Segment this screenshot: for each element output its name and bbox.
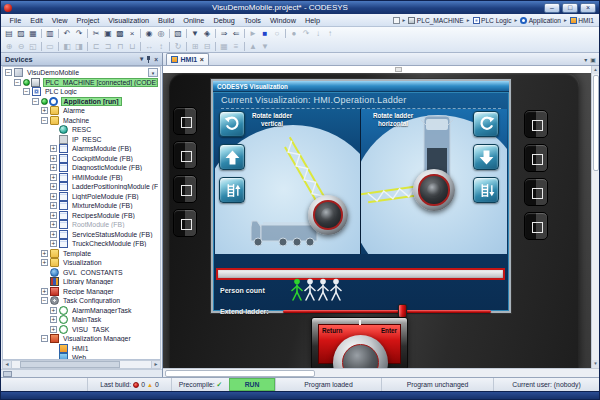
tree-item-maintask[interactable]: +MainTask <box>3 315 160 325</box>
save-icon[interactable]: ▦ <box>27 28 39 39</box>
panel-dropdown-icon[interactable]: ▾ <box>140 55 143 63</box>
menu-online[interactable]: Online <box>179 16 209 25</box>
ladder-extend-up-button[interactable] <box>219 177 245 203</box>
tree-horizontal-scrollbar[interactable]: ◄ ► <box>2 360 161 369</box>
scroll-up-icon[interactable]: ▲ <box>592 66 599 74</box>
expander-plus-icon[interactable]: + <box>41 288 48 295</box>
edit-object-icon[interactable]: ◈ <box>201 28 213 39</box>
tree-item-diagnosticmodule-fb[interactable]: +DiagnosticModule (FB) <box>3 163 160 173</box>
tree-item-template[interactable]: +Template <box>3 249 160 259</box>
expander-minus-icon[interactable]: − <box>41 117 48 124</box>
devices-view-icon[interactable] <box>3 371 12 377</box>
logout-icon[interactable]: ⇐ <box>230 28 242 39</box>
close-button[interactable]: × <box>580 3 596 13</box>
tree-item-web[interactable]: Web <box>3 353 160 360</box>
tree-item-rootmodule-fb[interactable]: +RootModule (FB) <box>3 220 160 230</box>
expander-plus-icon[interactable]: + <box>50 145 57 152</box>
stop-icon[interactable]: ■ <box>259 28 271 39</box>
tree-item-gvl-constants[interactable]: GVL_CONSTANTS <box>3 268 160 278</box>
tree-item-application-run[interactable]: −Application [run] <box>3 97 160 107</box>
expander-minus-icon[interactable]: − <box>14 79 21 86</box>
tree-item-visu-task[interactable]: +VISU_TASK <box>3 325 160 335</box>
tree-item-hmimodule-fb[interactable]: +HMIModule (FB) <box>3 173 160 183</box>
scroll-right-icon[interactable]: ► <box>151 361 160 368</box>
expander-minus-icon[interactable]: − <box>41 297 48 304</box>
expander-plus-icon[interactable]: + <box>50 240 57 247</box>
login-icon[interactable]: ⇒ <box>218 28 230 39</box>
pin-icon[interactable] <box>146 56 151 63</box>
scroll-left-icon[interactable]: ◄ <box>3 361 12 368</box>
tree-item-visualization-manager[interactable]: −Visualization Manager <box>3 334 160 344</box>
horizontal-scroll-thumb[interactable] <box>165 370 315 377</box>
editor-horizontal-scrollbar[interactable] <box>163 368 599 377</box>
expander-minus-icon[interactable]: − <box>5 69 12 76</box>
slider-track[interactable] <box>283 310 491 313</box>
tree-item-plc-logic[interactable]: −PLC Logic <box>3 87 160 97</box>
menu-build[interactable]: Build <box>154 16 179 25</box>
tab-list-dropdown-icon[interactable]: ▾ <box>584 56 587 63</box>
expander-plus-icon[interactable]: + <box>50 231 57 238</box>
open-file-icon[interactable]: ▨ <box>15 28 27 39</box>
tab-close-icon[interactable]: × <box>200 56 204 63</box>
device-hardware-button[interactable] <box>524 144 548 172</box>
current-user-status[interactable]: Current user: (nobody) <box>493 378 599 391</box>
expander-plus-icon[interactable]: + <box>41 107 48 114</box>
tree-item-ladderpositioningmodule-fb[interactable]: +LadderPositioningModule (FB) <box>3 182 160 192</box>
expander-plus-icon[interactable]: + <box>50 164 57 171</box>
undo-icon[interactable]: ↶ <box>61 28 73 39</box>
tree-item-cockpitmodule-fb[interactable]: +CockpitModule (FB) <box>3 154 160 164</box>
tab-options-icon[interactable]: ▣ <box>590 56 596 63</box>
find-next-icon[interactable]: ◎ <box>155 28 167 39</box>
breadcrumb-item-hmi1[interactable]: HMI1 <box>569 17 595 24</box>
menu-tools[interactable]: Tools <box>239 16 265 25</box>
expander-plus-icon[interactable]: + <box>50 326 57 333</box>
menu-visualization[interactable]: Visualization <box>104 16 154 25</box>
tree-scroll-thumb[interactable] <box>20 361 120 368</box>
tree-item-plc-machine-connected-codesys-c[interactable]: −PLC_MACHINE [connected] (CODESYS C <box>3 78 160 88</box>
rotate-ccw-button[interactable] <box>219 111 245 137</box>
menu-edit[interactable]: Edit <box>26 16 48 25</box>
device-hardware-button[interactable] <box>173 209 197 237</box>
find-icon[interactable]: ◉ <box>143 28 155 39</box>
expander-plus-icon[interactable]: + <box>41 259 48 266</box>
menu-help[interactable]: Help <box>300 16 324 25</box>
delete-icon[interactable]: × <box>126 28 138 39</box>
device-hardware-button[interactable] <box>524 212 548 240</box>
menu-window[interactable]: Window <box>265 16 300 25</box>
arrow-down-button[interactable] <box>473 144 499 170</box>
expander-plus-icon[interactable]: + <box>50 183 57 190</box>
expander-plus-icon[interactable]: + <box>50 221 57 228</box>
expander-plus-icon[interactable]: + <box>50 202 57 209</box>
menu-project[interactable]: Project <box>72 16 104 25</box>
panel-close-icon[interactable]: × <box>154 56 158 63</box>
tree-item-machine[interactable]: −Machine <box>3 116 160 126</box>
tree-item-library-manager[interactable]: Library Manager <box>3 277 160 287</box>
tree-item-alarmmanagertask[interactable]: +AlarmManagerTask <box>3 306 160 316</box>
menu-file[interactable]: File <box>5 16 26 25</box>
tree-item-truckcheckmodule-fb[interactable]: +TruckCheckModule (FB) <box>3 239 160 249</box>
menu-view[interactable]: View <box>47 16 72 25</box>
breadcrumb-item-plc-logic[interactable]: PLC Logic <box>472 17 513 24</box>
rotate-cw-button[interactable] <box>473 111 499 137</box>
slider-handle[interactable] <box>398 304 407 318</box>
expander-minus-icon[interactable]: − <box>23 88 30 95</box>
expander-minus-icon[interactable]: − <box>32 98 39 105</box>
vertical-scroll-thumb[interactable] <box>593 75 599 171</box>
tree-item-servicestatusmodule-fb[interactable]: +ServiceStatusModule (FB) <box>3 230 160 240</box>
paste-icon[interactable]: ▩ <box>114 28 126 39</box>
menu-debug[interactable]: Debug <box>209 16 240 25</box>
tree-item-alarme[interactable]: +Alarme <box>3 106 160 116</box>
tree-item-hmi1[interactable]: HMI1 <box>3 344 160 354</box>
device-hardware-button[interactable] <box>173 141 197 169</box>
redo-icon[interactable]: ↷ <box>73 28 85 39</box>
arrow-up-button[interactable] <box>219 144 245 170</box>
tab-hmi1[interactable]: HMI1 × <box>166 53 209 65</box>
device-hardware-button[interactable] <box>524 178 548 206</box>
ladder-extend-down-button[interactable] <box>473 177 499 203</box>
print-icon[interactable]: ▥ <box>44 28 56 39</box>
new-file-icon[interactable]: ▤ <box>3 28 15 39</box>
expander-plus-icon[interactable]: + <box>50 155 57 162</box>
editor-vertical-scrollbar[interactable]: ▲ ▼ <box>591 66 599 368</box>
tree-item-visudemomobile[interactable]: −VisuDemoMobile▾ <box>3 68 160 78</box>
copy-icon[interactable]: ▣ <box>102 28 114 39</box>
